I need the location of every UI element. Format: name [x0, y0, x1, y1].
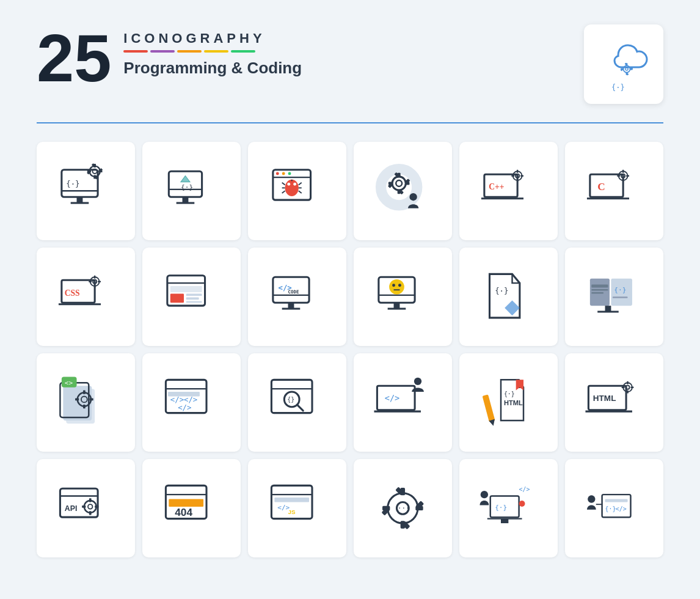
svg-point-191 [481, 491, 488, 498]
svg-rect-74 [622, 179, 624, 182]
svg-rect-67 [511, 175, 514, 177]
icon-laptop-c: C [565, 142, 663, 240]
svg-point-36 [288, 172, 291, 175]
icon-monitor-split: {·} [565, 248, 663, 346]
svg-point-49 [396, 180, 402, 186]
svg-rect-189 [501, 519, 508, 523]
icon-browser-design [142, 248, 241, 346]
svg-text:C: C [597, 181, 605, 193]
svg-text:HTML: HTML [504, 399, 523, 406]
svg-text:JS: JS [288, 509, 296, 515]
svg-line-44 [299, 191, 302, 194]
svg-point-34 [276, 172, 279, 175]
svg-rect-165 [95, 505, 98, 508]
svg-point-198 [588, 496, 595, 503]
svg-text:C++: C++ [489, 182, 505, 191]
svg-rect-164 [89, 511, 92, 515]
iconography-label: ICONOGRAPHY [123, 31, 302, 46]
svg-rect-91 [186, 298, 199, 300]
svg-text:HTML: HTML [593, 394, 616, 403]
svg-rect-128 [75, 399, 79, 401]
svg-text:CODE: CODE [288, 290, 299, 295]
icon-file-diamond: {·} [459, 248, 558, 346]
svg-marker-108 [505, 301, 520, 316]
svg-rect-65 [517, 179, 518, 182]
svg-text:<>: <> [65, 379, 73, 387]
page-header: 25 ICONOGRAPHY Programming & Coding [37, 24, 663, 104]
svg-text:{·}: {·} [66, 180, 79, 188]
svg-point-105 [398, 284, 401, 287]
svg-rect-157 [622, 387, 625, 388]
svg-rect-156 [631, 387, 634, 388]
svg-point-35 [282, 172, 285, 175]
svg-text:{·}: {·} [614, 286, 627, 294]
svg-text:</>: </> [519, 486, 530, 493]
svg-rect-73 [622, 170, 624, 173]
title-block: ICONOGRAPHY Programming & Coding [123, 24, 302, 78]
svg-point-48 [392, 177, 406, 190]
bar-yellow [204, 50, 228, 53]
color-bars [123, 50, 302, 53]
svg-rect-88 [170, 286, 202, 292]
svg-rect-90 [186, 294, 202, 296]
svg-text:{·}: {·} [605, 505, 616, 512]
svg-marker-30 [181, 176, 190, 182]
svg-point-1 [625, 68, 628, 70]
icon-gear-person [354, 142, 452, 240]
svg-rect-112 [591, 292, 603, 293]
svg-line-40 [299, 183, 302, 185]
svg-text:{·}: {·} [504, 391, 515, 398]
svg-text:API: API [65, 504, 78, 513]
svg-point-162 [88, 504, 92, 509]
svg-text:···: ··· [398, 504, 410, 512]
icon-browser-api-gear: API [37, 459, 135, 557]
bar-green [231, 50, 255, 53]
svg-text:CSS: CSS [65, 288, 80, 298]
svg-rect-110 [591, 285, 608, 288]
svg-rect-126 [83, 405, 86, 408]
icon-laptop-code-person: </> [354, 353, 452, 452]
icon-gear-code: ··· [354, 459, 452, 557]
icon-person-code-card: {·} </> [565, 459, 663, 557]
icon-browser-code-lines: </> </> </> [142, 353, 241, 452]
svg-line-43 [282, 191, 285, 194]
icon-html-bookmark: HTML {·} [459, 353, 558, 452]
icon-settings-chat: <> [37, 353, 135, 452]
svg-rect-75 [626, 175, 629, 177]
svg-text:{·}: {·} [495, 504, 507, 512]
svg-point-104 [392, 284, 395, 287]
svg-rect-155 [627, 391, 628, 394]
icon-monitor-emoji [354, 248, 452, 346]
svg-rect-82 [94, 276, 95, 279]
svg-text:{·}: {·} [495, 287, 508, 296]
svg-rect-83 [94, 285, 95, 288]
pack-subtitle: Programming & Coding [123, 59, 302, 78]
header-divider [37, 122, 663, 123]
icon-monitor-code-gear: {·} [37, 142, 135, 240]
icon-browser-js: </> JS [248, 459, 346, 557]
svg-rect-84 [98, 281, 101, 282]
svg-point-58 [410, 193, 417, 200]
svg-text:{·}: {·} [611, 83, 625, 92]
icon-monitor-bracket-download: {·} [142, 142, 241, 240]
svg-rect-173 [274, 498, 309, 502]
svg-rect-115 [613, 297, 628, 298]
svg-rect-64 [517, 170, 518, 173]
svg-point-46 [293, 183, 296, 186]
svg-point-45 [287, 183, 290, 186]
header-left: 25 ICONOGRAPHY Programming & Coding [37, 24, 302, 92]
bar-orange [177, 50, 202, 53]
svg-rect-163 [89, 498, 92, 502]
svg-rect-111 [591, 289, 608, 290]
svg-rect-125 [83, 391, 86, 394]
svg-rect-85 [89, 281, 92, 282]
icon-monitor-code: </> CODE [248, 248, 346, 346]
svg-rect-66 [520, 175, 523, 177]
svg-text:</>: </> [178, 403, 191, 412]
icon-laptop-html-gear: HTML [565, 353, 663, 452]
svg-rect-68 [590, 174, 623, 197]
icon-grid: {·} {·} [37, 142, 663, 557]
svg-rect-92 [186, 301, 202, 303]
icon-laptop-css: CSS [37, 248, 135, 346]
svg-point-193 [519, 501, 525, 507]
